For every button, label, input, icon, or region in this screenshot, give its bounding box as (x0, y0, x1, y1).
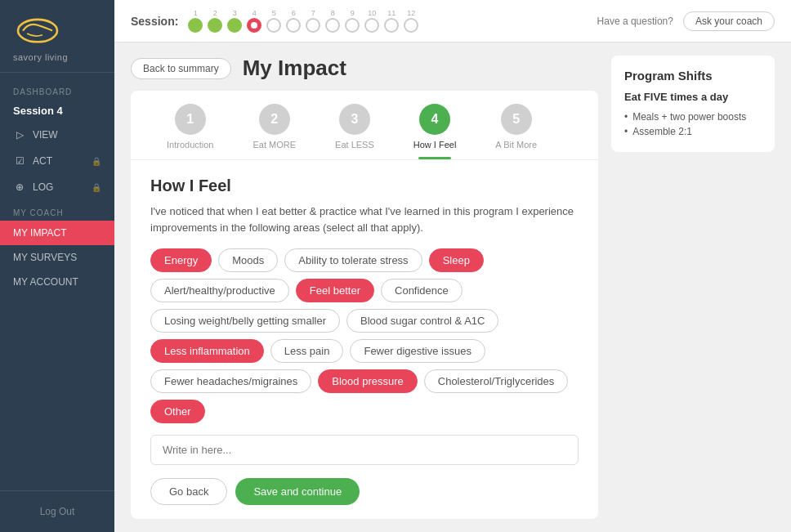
session-dot-4[interactable] (247, 18, 261, 33)
sidebar-bottom: Log Out (0, 490, 114, 532)
view-icon: ▷ (13, 128, 26, 141)
action-buttons: Go back Save and continue (150, 478, 579, 505)
tag-alerthealthyproductive[interactable]: Alert/healthy/productive (150, 279, 289, 302)
section-desc: I've noticed that when I eat better & pr… (150, 203, 579, 235)
topbar-right: Have a question? Ask your coach (597, 11, 775, 31)
ask-coach-button[interactable]: Ask your coach (683, 11, 775, 31)
write-in-input[interactable] (150, 435, 579, 465)
step-circle-4: 4 (419, 104, 450, 135)
main-content: Session: 123456789101112 Have a question… (114, 0, 791, 532)
panel-main: Back to summary My Impact 1Introduction2… (131, 56, 598, 519)
log-icon: ⊕ (13, 181, 26, 194)
step-label-5: A Bit More (495, 140, 537, 150)
nav-view[interactable]: ▷ VIEW (0, 122, 114, 148)
step-tab-3[interactable]: 3Eat LESS (315, 104, 394, 159)
step-label-3: Eat LESS (335, 140, 374, 150)
tag-sleep[interactable]: Sleep (429, 248, 484, 272)
tag-fewer-headachesmigraines[interactable]: Fewer headaches/migraines (150, 369, 311, 393)
logo-area: savory living (0, 0, 114, 73)
tag-less-pain[interactable]: Less pain (270, 339, 344, 363)
back-to-summary-button[interactable]: Back to summary (131, 58, 231, 79)
page-header: Back to summary My Impact (131, 56, 598, 81)
session-label[interactable]: Session 4 (0, 100, 114, 122)
my-surveys-label: MY SURVEYS (13, 252, 77, 263)
step-tab-2[interactable]: 2Eat MORE (233, 104, 315, 159)
step-tab-1[interactable]: 1Introduction (147, 104, 233, 159)
my-impact-label: MY IMPACT (13, 227, 67, 239)
tag-blood-pressure[interactable]: Blood pressure (318, 369, 417, 393)
tag-moods[interactable]: Moods (218, 248, 278, 272)
session-dot-5[interactable] (266, 18, 281, 33)
step-tab-5[interactable]: 5A Bit More (476, 104, 556, 159)
tag-ability-to-tolerate-stress[interactable]: Ability to tolerate stress (284, 248, 422, 272)
nav-my-surveys[interactable]: MY SURVEYS (0, 245, 114, 270)
tag-less-inflammation[interactable]: Less inflammation (150, 339, 264, 363)
tag-blood-sugar-control--a1c[interactable]: Blood sugar control & A1C (346, 309, 498, 333)
main-card: 1Introduction2Eat MORE3Eat LESS4How I Fe… (131, 91, 598, 519)
logo-icon (13, 15, 62, 47)
topbar: Session: 123456789101112 Have a question… (114, 0, 791, 42)
session-dot-6[interactable] (286, 18, 301, 33)
session-dots: 123456789101112 (188, 9, 418, 33)
session-dot-1[interactable] (188, 18, 203, 33)
save-continue-button[interactable]: Save and continue (235, 478, 360, 505)
nav-my-account[interactable]: MY ACCOUNT (0, 270, 114, 294)
step-label-4: How I Feel (413, 140, 457, 150)
tag-cholesteroltriglycerides[interactable]: Cholesterol/Triglycerides (424, 369, 569, 393)
tag-feel-better[interactable]: Feel better (296, 279, 374, 302)
side-list-item-0: Meals + two power boosts (624, 110, 762, 124)
step-label-2: Eat MORE (252, 140, 296, 150)
side-card-subtitle: Eat FIVE times a day (624, 91, 762, 103)
act-label: ACT (33, 155, 52, 167)
nav-my-impact[interactable]: MY IMPACT (0, 221, 114, 245)
act-lock-icon: 🔒 (92, 157, 101, 166)
tag-fewer-digestive-issues[interactable]: Fewer digestive issues (350, 339, 485, 363)
act-icon: ☑ (13, 154, 26, 168)
nav-log[interactable]: ⊕ LOG 🔒 (0, 174, 114, 200)
panel-side: Program Shifts Eat FIVE times a day Meal… (611, 56, 775, 519)
step-tabs: 1Introduction2Eat MORE3Eat LESS4How I Fe… (131, 91, 598, 160)
nav-act[interactable]: ☑ ACT 🔒 (0, 148, 114, 174)
tags-area: EnergyMoodsAbility to tolerate stressSle… (150, 248, 579, 423)
step-circle-3: 3 (339, 104, 370, 135)
step-circle-2: 2 (259, 104, 290, 135)
session-dot-12[interactable] (404, 18, 418, 33)
session-dot-10[interactable] (364, 18, 379, 33)
session-dot-8[interactable] (325, 18, 340, 33)
log-lock-icon: 🔒 (92, 183, 101, 192)
session-dot-9[interactable] (345, 18, 360, 33)
tag-energy[interactable]: Energy (150, 248, 212, 272)
side-list-item-1: Assemble 2:1 (624, 124, 762, 139)
sidebar-nav: DASHBOARD Session 4 ▷ VIEW ☑ ACT 🔒 ⊕ LOG… (0, 73, 114, 490)
session-label-top: Session: (131, 15, 178, 28)
have-question-text: Have a question? (597, 16, 673, 27)
step-circle-5: 5 (501, 104, 532, 135)
my-account-label: MY ACCOUNT (13, 276, 78, 288)
my-coach-section[interactable]: MY COACH (0, 200, 114, 221)
tag-confidence[interactable]: Confidence (381, 279, 463, 302)
step-tab-4[interactable]: 4How I Feel (394, 104, 476, 159)
side-card-title: Program Shifts (624, 69, 762, 83)
go-back-button[interactable]: Go back (150, 478, 227, 505)
session-dot-2[interactable] (208, 18, 222, 33)
session-dot-7[interactable] (306, 18, 320, 33)
step-label-1: Introduction (167, 140, 213, 150)
side-card-list: Meals + two power boostsAssemble 2:1 (624, 110, 762, 139)
tag-losing-weightbelly-getting-smaller[interactable]: Losing weight/belly getting smaller (150, 309, 340, 333)
brand-name: savory living (13, 52, 101, 62)
side-card: Program Shifts Eat FIVE times a day Meal… (611, 56, 775, 152)
session-dot-3[interactable] (227, 18, 242, 33)
session-dot-11[interactable] (384, 18, 399, 33)
tag-other[interactable]: Other (150, 400, 205, 423)
step-circle-1: 1 (175, 104, 206, 135)
card-body: How I Feel I've noticed that when I eat … (131, 160, 598, 519)
sidebar: savory living DASHBOARD Session 4 ▷ VIEW… (0, 0, 114, 532)
section-title: How I Feel (150, 177, 579, 195)
dashboard-label: DASHBOARD (0, 79, 114, 100)
view-label: VIEW (33, 129, 58, 141)
log-label: LOG (33, 181, 53, 193)
page-title: My Impact (243, 56, 346, 81)
content-area: Back to summary My Impact 1Introduction2… (114, 42, 791, 532)
logout-button[interactable]: Log Out (13, 501, 101, 522)
